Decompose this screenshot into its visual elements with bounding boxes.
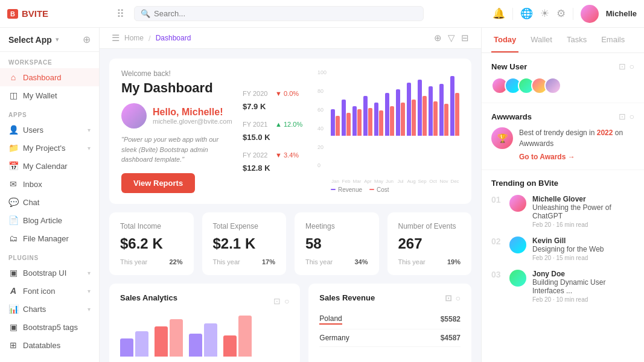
welcome-back-text: Welcome back! (121, 69, 233, 78)
awwwards-title: Awwwards (491, 112, 532, 121)
new-user-section: New User ⊡ ○ (482, 53, 644, 103)
tab-today[interactable]: Today (491, 28, 518, 52)
sidebar-item-fonticon[interactable]: A Font icon ▾ (0, 282, 99, 300)
fy-row-2: FY 2022 ▼ 3.4% (243, 151, 308, 159)
bar-revenue-8 (418, 80, 422, 136)
x-label-8: Sep (418, 179, 427, 184)
trending-item-3: 03 Jony Doe Building Dynamic User Interf… (491, 270, 634, 303)
tab-tasks[interactable]: Tasks (564, 28, 589, 52)
x-label-10: Nov (439, 179, 448, 184)
sidebar-files-label: File Manager (23, 234, 69, 243)
analytics-expand-icon[interactable]: ⊡ (273, 296, 281, 306)
award-link[interactable]: Go to Awards → (519, 153, 634, 161)
tab-emails[interactable]: Emails (599, 28, 627, 52)
tab-wallet[interactable]: Wallet (528, 28, 555, 52)
analytics-bar-group-3 (189, 323, 217, 357)
breadcrumb-home[interactable]: Home (124, 34, 144, 42)
sales-row-germany: Germany $4587 (319, 329, 461, 347)
bar-group-0 (331, 109, 340, 136)
theme-icon[interactable]: ☀ (540, 7, 549, 20)
x-label-3: Apr (363, 179, 372, 184)
sidebar-item-dashboard[interactable]: ⌂ Dashboard (0, 68, 99, 86)
trending-article-1[interactable]: Unleashing the Power of ChatGPT (532, 203, 634, 220)
notification-icon[interactable]: 🔔 (493, 7, 505, 20)
stat-label-events: Number of Events (398, 222, 461, 230)
new-user-header: New User ⊡ ○ (491, 62, 634, 71)
add-breadcrumb-btn[interactable]: ⊕ (434, 33, 442, 43)
select-app-label: Select App (8, 35, 52, 45)
sidebar-item-wallet[interactable]: ◫ My Wallet (0, 86, 99, 104)
stat-value-expense: $2.1 K (213, 235, 276, 252)
view-reports-button[interactable]: View Reports (121, 173, 195, 193)
analytics-bar (189, 334, 202, 357)
new-user-close-icon[interactable]: ○ (630, 62, 634, 71)
bar-revenue-3 (363, 96, 368, 136)
stat-value-income: $6.2 K (120, 235, 183, 252)
chart-y-labels: 100 80 60 40 20 0 (317, 69, 327, 169)
analytics-chart-area (120, 314, 289, 357)
new-user-expand-icon[interactable]: ⊡ (619, 62, 626, 71)
sidebar-item-bootstrap-ui[interactable]: ▣ Bootstrap UI ▾ (0, 264, 99, 282)
sidebar-item-blog[interactable]: 📄 Blog Article (0, 211, 99, 229)
stat-footer-income: This year 22% (120, 258, 183, 265)
add-icon[interactable]: ⊕ (83, 34, 91, 45)
bar-revenue-10 (439, 84, 444, 136)
x-label-4: May (374, 179, 383, 184)
welcome-left: Welcome back! My Dashboard Hello, Michel… (121, 69, 233, 193)
bar-cost-6 (401, 103, 405, 136)
breadcrumb-separator: / (148, 34, 151, 43)
bar-group-1 (342, 100, 351, 136)
stat-year-income: This year (120, 258, 147, 265)
sidebar-item-datatables[interactable]: ⊞ Datatables (0, 336, 99, 354)
globe-icon[interactable]: 🌐 (520, 7, 533, 20)
trending-article-2[interactable]: Designing for the Web (532, 245, 634, 253)
fy-row-0: FY 2020 ▼ 0.0% (243, 90, 308, 97)
trending-item-2: 02 Kevin Gill Designing for the Web Feb … (491, 237, 634, 261)
awwwards-expand-icon[interactable]: ⊡ (619, 112, 626, 121)
sidebar-dashboard-label: Dashboard (23, 73, 62, 82)
sidebar-item-calendar[interactable]: 📅 My Calendar (0, 157, 99, 175)
sidebar-item-users[interactable]: 👤 Users ▾ (0, 121, 99, 139)
trending-info-1: Michelle Glover Unleashing the Power of … (532, 195, 634, 228)
sidebar-item-bootstrap5[interactable]: ▣ Bootstrap5 tags (0, 318, 99, 336)
grid-icon[interactable]: ⠿ (116, 7, 124, 21)
filter-breadcrumb-btn[interactable]: ▽ (448, 33, 455, 43)
sidebar-item-chat[interactable]: 💬 Chat (0, 193, 99, 211)
stat-card-income: Total Income $6.2 K This year 22% (109, 212, 194, 275)
profile-greeting: Hello, Michelle! (153, 107, 232, 118)
y-label-80: 80 (317, 88, 327, 94)
welcome-quote: "Power up your web app with our sleek (B… (121, 135, 233, 165)
award-icon: 🏆 (491, 127, 513, 149)
files-icon: 🗂 (8, 233, 18, 243)
sidebar-toggle-icon[interactable]: ☰ (112, 33, 120, 43)
award-item: 🏆 Best of trendy design in 2022 on Awwwa… (491, 127, 634, 161)
sales-close-icon[interactable]: ○ (456, 293, 461, 303)
bar-group-7 (407, 83, 416, 136)
bar-cost-4 (379, 110, 383, 136)
select-app[interactable]: Select App ▾ ⊕ (0, 28, 99, 52)
sales-amount-poland: $5582 (441, 315, 461, 323)
bar-revenue-2 (352, 106, 357, 136)
inbox-icon: ✉ (8, 179, 18, 189)
sidebar-item-projects[interactable]: 📁 My Project's ▾ (0, 139, 99, 157)
user-avatar[interactable] (581, 5, 599, 23)
awwwards-header: Awwwards ⊡ ○ (491, 112, 634, 121)
analytics-close-icon[interactable]: ○ (284, 296, 289, 306)
trending-article-3[interactable]: Building Dynamic User Interfaces ... (532, 278, 634, 295)
avatars-row (491, 77, 634, 94)
chart-legend: Revenue Cost (317, 186, 459, 193)
search-input[interactable] (154, 9, 417, 18)
fy-label-1: FY 2021 (243, 121, 272, 128)
sales-expand-icon[interactable]: ⊡ (445, 293, 452, 303)
fy-label-0: FY 2020 (243, 90, 272, 97)
bar-group-9 (429, 86, 438, 136)
bar-revenue-9 (429, 86, 433, 136)
awwwards-close-icon[interactable]: ○ (630, 112, 634, 121)
users-icon: 👤 (8, 125, 18, 135)
sidebar-item-files[interactable]: 🗂 File Manager (0, 229, 99, 247)
sidebar-item-charts[interactable]: 📊 Charts ▾ (0, 300, 99, 318)
sidebar-item-inbox[interactable]: ✉ Inbox (0, 175, 99, 193)
layout-breadcrumb-btn[interactable]: ⊟ (461, 33, 469, 43)
settings-icon[interactable]: ⚙ (556, 7, 566, 20)
x-label-5: Jun (385, 179, 394, 184)
